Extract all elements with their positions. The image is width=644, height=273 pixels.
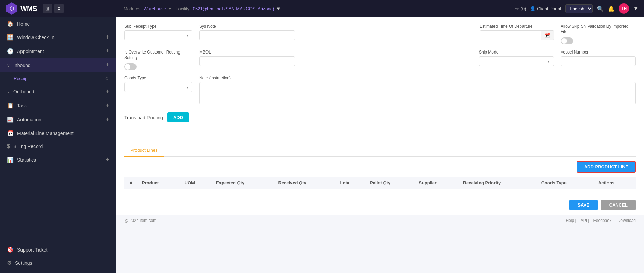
language-select[interactable]: English [565, 4, 593, 13]
sidebar-item-material-line[interactable]: 📅 Material Line Management [0, 126, 116, 140]
form-group-ship-mode: Ship Mode [479, 50, 554, 70]
window-check-in-icon: 🪟 [7, 34, 14, 41]
form-group-allow-skip-sn: Allow Skip SN Validation By Imported Fil… [561, 24, 636, 44]
appointment-plus[interactable]: + [105, 48, 109, 55]
col-product: Product [138, 177, 181, 189]
billing-icon: $ [7, 143, 10, 149]
inbound-plus[interactable]: + [105, 62, 109, 69]
form-group-note-instruction: Note (Instruction) [199, 76, 636, 104]
grid-icon-btn[interactable]: ⊞ [43, 4, 52, 13]
modules-arrow: ▼ [168, 7, 172, 11]
goods-type-select-wrapper [124, 82, 192, 92]
form-group-sys-note: Sys Note [199, 24, 473, 44]
star-icon: ☆ [515, 6, 519, 11]
task-icon: 📋 [7, 102, 14, 109]
window-check-in-plus[interactable]: + [105, 34, 109, 41]
statistics-plus[interactable]: + [105, 156, 109, 163]
modules-value[interactable]: Warehouse [144, 6, 166, 11]
form-row-2: Is Overwrite Customer Routing Setting MB… [124, 50, 636, 70]
cancel-button[interactable]: CANCEL [601, 200, 636, 210]
form-group-sub-receipt-type: Sub Receipt Type [124, 24, 192, 44]
sidebar-item-automation[interactable]: 📈 Automation + [0, 112, 116, 126]
user-dropdown-arrow[interactable]: ▼ [633, 5, 639, 12]
outbound-arrow: ∨ [7, 89, 10, 94]
sub-receipt-type-select-wrapper [124, 30, 192, 40]
tab-product-lines[interactable]: Product Lines [124, 144, 164, 157]
goods-type-label: Goods Type [124, 76, 192, 80]
sidebar-item-receipt[interactable]: Receipt ☆ [0, 72, 116, 85]
support-icon: 🎯 [7, 246, 14, 253]
footer-download-link[interactable]: Download [618, 218, 636, 223]
calendar-icon-btn[interactable]: 📅 [541, 30, 554, 40]
sidebar-item-billing[interactable]: $ Billing Record [0, 140, 116, 153]
bell-icon-btn[interactable]: 🔔 [608, 5, 615, 12]
top-header: ⬡ WMS ⊞ ≡ Modules: Warehouse ▼ Facility:… [0, 0, 644, 17]
automation-plus[interactable]: + [105, 116, 109, 123]
sidebar-item-outbound[interactable]: ∨ Outbound + [0, 85, 116, 98]
sidebar-item-window-check-in[interactable]: 🪟 Window Check In + [0, 30, 116, 44]
col-actions: Actions [594, 177, 636, 189]
estimated-departure-label: Estimated Time Of Departure [480, 24, 554, 29]
material-line-icon: 📅 [7, 130, 14, 136]
sys-note-input[interactable] [199, 30, 295, 40]
mbol-input[interactable] [199, 56, 295, 66]
sidebar-item-settings[interactable]: ⚙ Settings [0, 256, 116, 270]
inbound-arrow: ∨ [7, 63, 10, 68]
transload-add-button[interactable]: ADD [167, 112, 189, 122]
sub-receipt-type-select[interactable] [124, 30, 192, 40]
task-plus[interactable]: + [105, 102, 109, 109]
col-received-qty: Received Qty [274, 177, 336, 189]
save-button[interactable]: SAVE [569, 200, 597, 210]
col-receiving-priority: Receiving Priority [459, 177, 537, 189]
facility-value[interactable]: 0521@teml.net (SAN MARCOS, Arizona) [193, 6, 274, 11]
ship-mode-select[interactable] [479, 56, 554, 66]
allow-skip-sn-toggle[interactable] [561, 37, 573, 44]
layout: 🏠 Home 🪟 Window Check In + 🕐 Appointment… [0, 17, 644, 273]
search-icon-btn[interactable]: 🔍 [597, 5, 604, 12]
col-hash: # [124, 177, 138, 189]
footer-help-link[interactable]: Help | [566, 218, 576, 223]
sidebar-item-statistics[interactable]: 📊 Statistics + [0, 153, 116, 167]
avatar[interactable]: TH [619, 3, 629, 14]
form-group-estimated-departure: Estimated Time Of Departure 📅 [480, 24, 554, 44]
col-goods-type: Goods Type [537, 177, 594, 189]
portal-icon: 👤 [530, 6, 535, 11]
note-instruction-textarea[interactable] [199, 82, 636, 104]
favorites-count: (0) [520, 6, 526, 11]
sidebar-item-home[interactable]: 🏠 Home [0, 17, 116, 30]
client-portal-btn[interactable]: 👤 Client Portal [530, 6, 561, 11]
client-portal-label: Client Portal [537, 6, 561, 11]
outbound-plus[interactable]: + [105, 88, 109, 95]
form-group-goods-type: Goods Type [124, 76, 192, 104]
estimated-departure-input[interactable] [480, 30, 541, 40]
footer-api-link[interactable]: API | [581, 218, 589, 223]
favorites-btn[interactable]: ☆ (0) [515, 6, 526, 11]
footer-feedback-link[interactable]: Feedback | [593, 218, 613, 223]
menu-icon-btn[interactable]: ≡ [54, 4, 64, 13]
is-overwrite-toggle[interactable] [124, 63, 137, 70]
receipt-star[interactable]: ☆ [105, 76, 109, 81]
sys-note-label: Sys Note [199, 24, 473, 29]
product-lines-table: # Product UOM Expected Qty Received Qty … [124, 177, 636, 189]
appointment-icon: 🕐 [7, 48, 14, 55]
sidebar-item-support[interactable]: 🎯 Support Ticket [0, 243, 116, 256]
goods-type-select[interactable] [124, 82, 192, 92]
add-product-line-button[interactable]: ADD PRODUCT LINE [577, 161, 636, 173]
transload-routing-label: Transload Routing [124, 115, 163, 120]
vessel-number-input[interactable] [561, 56, 636, 66]
header-facility: Facility: 0521@teml.net (SAN MARCOS, Ari… [176, 6, 281, 11]
form-group-mbol: MBOL [199, 50, 472, 70]
ship-mode-select-wrapper [479, 56, 554, 66]
sidebar: 🏠 Home 🪟 Window Check In + 🕐 Appointment… [0, 17, 116, 273]
table-header: # Product UOM Expected Qty Received Qty … [124, 177, 636, 189]
statistics-icon: 📊 [7, 156, 14, 163]
vessel-number-label: Vessel Number [561, 50, 636, 55]
sidebar-item-inbound[interactable]: ∨ Inbound + [0, 58, 116, 72]
sub-receipt-type-label: Sub Receipt Type [124, 24, 192, 29]
sidebar-item-task[interactable]: 📋 Task + [0, 98, 116, 112]
col-lot: Lot# [336, 177, 366, 189]
col-supplier: Supplier [415, 177, 459, 189]
form-group-vessel-number: Vessel Number [561, 50, 636, 70]
sidebar-item-appointment[interactable]: 🕐 Appointment + [0, 44, 116, 58]
is-overwrite-label: Is Overwrite Customer Routing Setting [124, 50, 192, 60]
